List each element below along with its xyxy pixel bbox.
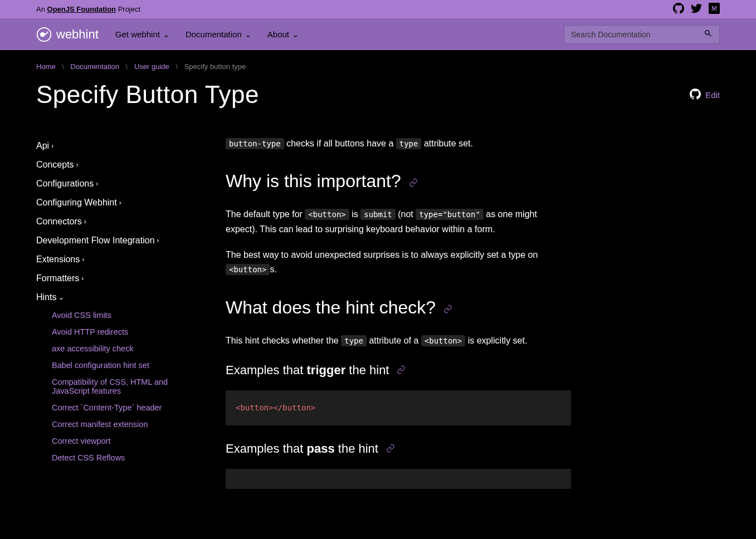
heading-trigger: Examples that trigger the hint xyxy=(226,360,571,380)
logo[interactable]: webhint xyxy=(36,27,99,42)
chevron-right-icon: › xyxy=(82,256,84,263)
github-icon xyxy=(690,89,701,101)
code-block-pass xyxy=(226,469,571,489)
heading-what: What does the hint check? xyxy=(226,293,571,322)
social-icons xyxy=(673,3,720,16)
nav-about[interactable]: About ⌄ xyxy=(267,30,299,40)
sidebar-subitem[interactable]: Correct `Content-Type` header xyxy=(36,399,203,416)
why-p1: The default type for <button> is submit … xyxy=(226,207,571,237)
what-p: This hint checks whether the type attrib… xyxy=(226,334,571,348)
chevron-down-icon: ⌄ xyxy=(292,30,299,40)
svg-rect-0 xyxy=(709,3,720,14)
sidebar-item-extensions[interactable]: Extensions› xyxy=(36,250,203,269)
breadcrumb-current: Specify button type xyxy=(184,62,246,71)
chevron-right-icon: › xyxy=(84,218,86,226)
twitter-icon[interactable] xyxy=(691,3,702,16)
foundation-text: An OpenJS Foundation Project xyxy=(36,5,140,13)
chevron-right-icon: › xyxy=(96,180,98,188)
link-icon[interactable] xyxy=(386,439,395,459)
svg-point-2 xyxy=(40,32,45,37)
search-input[interactable] xyxy=(571,30,704,39)
sidebar-item-dev-flow[interactable]: Development Flow Integration› xyxy=(36,231,203,250)
top-announcement-bar: An OpenJS Foundation Project xyxy=(0,0,756,18)
github-icon[interactable] xyxy=(673,3,684,16)
sidebar-item-concepts[interactable]: Concepts› xyxy=(36,155,203,174)
chevron-right-icon: › xyxy=(76,161,79,169)
heading-pass: Examples that pass the hint xyxy=(226,439,571,459)
search-icon[interactable] xyxy=(704,29,713,40)
page-title: Specify Button Type xyxy=(36,81,259,109)
sidebar-subitem[interactable]: Correct viewport xyxy=(36,433,203,449)
nav-bar: webhint Get webhint ⌄ Documentation ⌄ Ab… xyxy=(0,18,756,50)
sidebar-subitem[interactable]: Babel configuration hint set xyxy=(36,357,203,374)
article-content: button-type checks if all buttons have a… xyxy=(226,136,571,502)
openjs-link[interactable]: OpenJS Foundation xyxy=(47,5,116,13)
sidebar-subitem[interactable]: Avoid HTTP redirects xyxy=(36,324,203,340)
sidebar-item-configurations[interactable]: Configurations› xyxy=(36,174,203,193)
medium-icon[interactable] xyxy=(709,3,720,16)
breadcrumb-guide[interactable]: User guide xyxy=(134,62,169,71)
sidebar-subitem[interactable]: Compatibility of CSS, HTML and JavaScrip… xyxy=(36,374,203,399)
chevron-right-icon: › xyxy=(51,142,53,150)
sidebar-item-configuring-webhint[interactable]: Configuring Webhint› xyxy=(36,193,203,212)
link-icon[interactable] xyxy=(397,360,406,380)
code-block-trigger: <button></button> xyxy=(226,390,571,425)
chevron-right-icon: › xyxy=(81,275,84,282)
breadcrumb: Home \ Documentation \ User guide \ Spec… xyxy=(36,50,720,81)
chevron-down-icon: ⌄ xyxy=(245,30,252,40)
sidebar-subitem[interactable]: Avoid CSS limits xyxy=(36,307,203,324)
sidebar-subitem[interactable]: Detect CSS Reflows xyxy=(36,449,203,466)
chevron-right-icon: › xyxy=(157,237,159,244)
sidebar-item-formatters[interactable]: Formatters› xyxy=(36,269,203,288)
sidebar-subitem[interactable]: Correct manifest extension xyxy=(36,416,203,433)
sidebar-subitem[interactable]: axe accessibility check xyxy=(36,340,203,357)
why-p2: The best way to avoid unexpected surpris… xyxy=(226,248,571,277)
nav-get-webhint[interactable]: Get webhint ⌄ xyxy=(115,30,170,40)
sidebar-item-connectors[interactable]: Connectors› xyxy=(36,212,203,231)
heading-why: Why is this important? xyxy=(226,166,571,196)
sidebar: Api› Concepts› Configurations› Configuri… xyxy=(36,136,203,502)
breadcrumb-home[interactable]: Home xyxy=(36,62,56,71)
sidebar-item-hints[interactable]: Hints⌄ xyxy=(36,288,203,307)
breadcrumb-docs[interactable]: Documentation xyxy=(71,62,119,71)
search-box[interactable] xyxy=(564,25,720,44)
intro-paragraph: button-type checks if all buttons have a… xyxy=(226,136,571,151)
nav-documentation[interactable]: Documentation ⌄ xyxy=(186,30,252,40)
chevron-right-icon: › xyxy=(119,199,121,207)
edit-link[interactable]: Edit xyxy=(690,89,720,101)
link-icon[interactable] xyxy=(409,166,418,196)
sidebar-item-api[interactable]: Api› xyxy=(36,136,203,155)
link-icon[interactable] xyxy=(443,293,452,322)
chevron-down-icon: ⌄ xyxy=(58,293,64,301)
chevron-down-icon: ⌄ xyxy=(163,30,170,40)
